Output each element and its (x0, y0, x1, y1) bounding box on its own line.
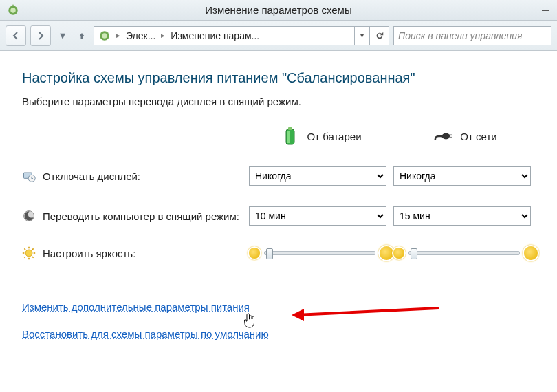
recent-dropdown[interactable]: ▾ (55, 27, 70, 45)
nav-toolbar: ▾ ▸ Элек... ▸ Изменение парам... ▾ Поиск… (0, 21, 557, 51)
power-options-icon (7, 4, 19, 17)
svg-line-20 (24, 248, 25, 250)
row-display-off-label: Отключать дисплей: (43, 171, 140, 182)
content-area: Настройка схемы управления питанием "Сба… (0, 51, 557, 340)
brightness-plugged-slider[interactable] (408, 251, 520, 255)
monitor-clock-icon (22, 169, 36, 183)
row-display-off: Отключать дисплей: (22, 169, 249, 183)
row-sleep: Переводить компьютер в спящий режим: (22, 209, 249, 223)
sleep-battery-select[interactable]: 10 мин (249, 206, 386, 226)
power-options-small-icon (98, 30, 111, 42)
address-history-dropdown[interactable]: ▾ (355, 26, 370, 45)
search-input[interactable]: Поиск в панели управления (393, 26, 551, 45)
sun-icon (22, 246, 36, 260)
row-brightness-label: Настроить яркость: (43, 248, 135, 259)
breadcrumb-seg-1[interactable]: Элек... (126, 30, 155, 41)
search-placeholder: Поиск в панели управления (398, 30, 522, 41)
column-header-battery: От батареи (249, 127, 393, 146)
up-button[interactable] (74, 27, 89, 45)
svg-line-21 (32, 257, 34, 258)
row-brightness: Настроить яркость: (22, 246, 249, 260)
address-bar[interactable]: ▸ Элек... ▸ Изменение парам... (94, 26, 355, 45)
column-header-plugged: От сети (393, 127, 538, 146)
col-battery-label: От батареи (307, 131, 361, 142)
battery-icon (281, 127, 300, 146)
plug-icon (434, 127, 453, 146)
svg-line-23 (32, 248, 34, 250)
link-advanced-settings[interactable]: Изменить дополнительные параметры питани… (22, 301, 535, 313)
breadcrumb-seg-2[interactable]: Изменение парам... (171, 30, 259, 41)
svg-rect-7 (288, 127, 292, 130)
breadcrumb-arrow-icon: ▸ (161, 31, 165, 40)
svg-point-1 (10, 8, 16, 13)
window-title: Изменение параметров схемы (0, 4, 557, 16)
instruction-text: Выберите параметры перевода дисплея в сп… (22, 96, 535, 107)
svg-rect-2 (542, 10, 549, 11)
svg-rect-10 (449, 134, 452, 135)
svg-point-15 (25, 250, 32, 257)
svg-point-4 (102, 33, 107, 39)
forward-button[interactable] (30, 25, 51, 46)
svg-rect-11 (449, 137, 452, 138)
display-off-plugged-select[interactable]: Никогда (393, 166, 531, 186)
brightness-min-icon (249, 248, 260, 259)
svg-rect-8 (287, 131, 290, 143)
minimize-button[interactable] (534, 0, 557, 15)
page-title: Настройка схемы управления питанием "Сба… (22, 70, 535, 86)
back-button[interactable] (6, 25, 26, 46)
sleep-plugged-select[interactable]: 15 мин (393, 206, 531, 226)
svg-point-9 (442, 133, 450, 140)
link-restore-defaults[interactable]: Восстановить для схемы параметры по умол… (22, 328, 535, 340)
row-sleep-label: Переводить компьютер в спящий режим: (43, 210, 239, 222)
brightness-min-icon (393, 248, 404, 259)
moon-icon (22, 209, 36, 223)
svg-line-22 (24, 257, 25, 258)
brightness-max-icon (380, 246, 393, 260)
display-off-battery-select[interactable]: Никогда (249, 166, 386, 186)
brightness-battery-slider[interactable] (264, 251, 375, 255)
titlebar: Изменение параметров схемы (0, 0, 557, 21)
brightness-max-icon (524, 246, 538, 260)
col-plugged-label: От сети (460, 131, 496, 142)
breadcrumb-arrow-icon: ▸ (116, 31, 120, 40)
refresh-button[interactable] (370, 26, 389, 45)
